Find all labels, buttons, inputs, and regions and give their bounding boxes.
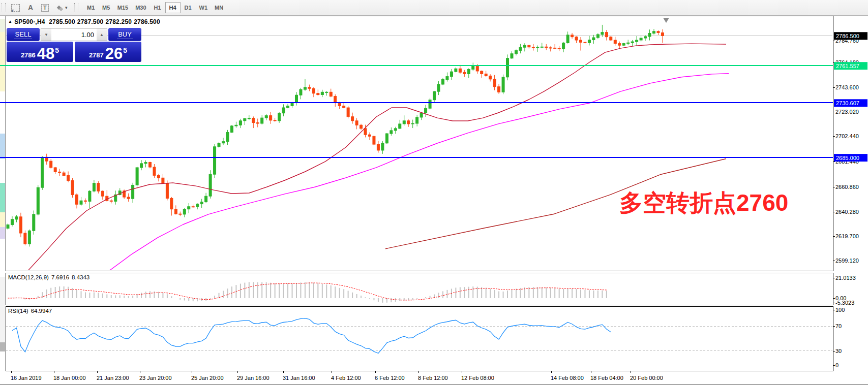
timeframe-button-M30[interactable]: M30 [132,2,149,13]
svg-text:2743.600: 2743.600 [835,84,859,90]
svg-text:2761.557: 2761.557 [836,63,859,69]
svg-text:2730.607: 2730.607 [836,100,859,106]
ohlc-close: 2786.500 [134,18,160,25]
svg-text:25 Jan 20:00: 25 Jan 20:00 [191,375,224,381]
buy-button[interactable]: BUY [108,28,141,41]
volume-increase-button[interactable]: ▲ [97,28,107,41]
svg-text:8 Feb 12:00: 8 Feb 12:00 [418,375,448,381]
ask-quote[interactable]: 2787 26 5 [75,42,141,62]
svg-text:2685.000: 2685.000 [836,155,859,161]
svg-text:18 Jan 00:00: 18 Jan 00:00 [53,375,86,381]
chart-title: ▲SP500-,H4 2785.5002787.5002782.2502786.… [8,18,162,25]
rsi-value: 64.9947 [31,308,52,314]
shapes-tool-button[interactable]: ▾ [52,2,73,14]
annotation-text: 多空转折点2760 [619,191,788,214]
label-t-icon: T [41,4,49,12]
svg-text:4 Feb 12:00: 4 Feb 12:00 [331,375,361,381]
svg-text:100: 100 [835,307,845,313]
toolbar: F A T ▾ M1M5M15M30H1H4D1W1MN [0,0,868,16]
toolbar-grip-handle[interactable] [74,3,78,12]
one-click-trading-panel: SELL ▼ 1.00 ▲ BUY 2786 48 5 2787 26 5 [7,28,141,62]
text-a-icon: A [28,4,33,12]
timeframe-button-M15[interactable]: M15 [114,2,132,13]
svg-text:29 Jan 16:00: 29 Jan 16:00 [237,375,270,381]
text-tool-button[interactable]: A [23,2,38,14]
svg-text:2786.500: 2786.500 [836,33,859,39]
bid-pip-digit: 5 [55,46,59,54]
timeframe-button-MN[interactable]: MN [211,2,227,13]
timeframe-button-W1[interactable]: W1 [196,2,212,13]
template-grid-icon: F [11,4,20,12]
timeframe-button-D1[interactable]: D1 [181,2,196,13]
svg-text:18 Feb 04:00: 18 Feb 04:00 [590,375,623,381]
svg-text:2599.120: 2599.120 [835,258,859,264]
volume-input[interactable]: 1.00 [51,28,97,41]
svg-text:2723.020: 2723.020 [835,109,859,115]
svg-text:2640.280: 2640.280 [835,209,859,215]
toolbar-grip-handle[interactable] [2,3,6,12]
svg-text:-5.3023: -5.3023 [835,300,854,306]
timeframe-button-H4[interactable]: H4 [165,2,181,13]
ask-big-digits: 26 [105,47,123,60]
bid-quote[interactable]: 2786 48 5 [7,42,73,62]
bid-big-digits: 48 [37,47,54,60]
svg-text:0: 0 [835,362,839,368]
ask-pip-digit: 5 [123,46,127,54]
timeframe-button-M5[interactable]: M5 [99,2,114,13]
volume-stepper: ▼ 1.00 ▲ [41,28,107,41]
macd-main-value: 7.6916 [51,274,69,280]
svg-text:12 Feb 08:00: 12 Feb 08:00 [461,375,494,381]
mt4-window: F A T ▾ M1M5M15M30H1H4D1W1MN 2784.760276… [0,0,868,385]
svg-text:2619.700: 2619.700 [835,233,859,239]
macd-signal-value: 8.4343 [72,274,89,280]
template-tool-button[interactable]: F [8,2,23,14]
symbol-timeframe: SP500-,H4 [14,18,45,25]
svg-text:2660.860: 2660.860 [835,184,859,190]
volume-decrease-button[interactable]: ▼ [41,28,51,41]
sell-button[interactable]: SELL [7,28,40,41]
svg-text:31 Jan 16:00: 31 Jan 16:00 [283,375,315,381]
svg-text:21.0133: 21.0133 [835,275,856,281]
timeframe-button-M1[interactable]: M1 [83,2,99,13]
timeframe-button-H1[interactable]: H1 [150,2,165,13]
svg-text:20 Feb 00:00: 20 Feb 00:00 [630,375,663,381]
diamond-icon [59,7,63,11]
svg-text:16 Jan 2019: 16 Jan 2019 [11,375,42,381]
svg-text:23 Jan 20:00: 23 Jan 20:00 [139,375,172,381]
chevron-down-icon: ▾ [65,5,68,10]
macd-label: MACD(12,26,9)7.69168.4343 [8,274,92,280]
label-tool-button[interactable]: T [38,2,52,14]
svg-text:2702.440: 2702.440 [835,133,859,139]
timeframe-group: M1M5M15M30H1H4D1W1MN [83,2,227,13]
svg-text:30: 30 [835,348,842,354]
bid-prefix: 2786 [21,51,36,59]
svg-text:21 Jan 23:00: 21 Jan 23:00 [97,375,129,381]
rsi-label: RSI(14)64.9947 [8,308,54,314]
ohlc-high: 2787.500 [77,18,104,25]
svg-text:6 Feb 12:00: 6 Feb 12:00 [375,375,405,381]
symbol-triangle-icon: ▲ [8,19,12,24]
ask-prefix: 2787 [89,51,104,59]
ohlc-low: 2782.250 [105,18,132,25]
ohlc-open: 2785.500 [49,18,75,25]
svg-text:14 Feb 08:00: 14 Feb 08:00 [551,375,584,381]
svg-text:70: 70 [835,323,842,329]
